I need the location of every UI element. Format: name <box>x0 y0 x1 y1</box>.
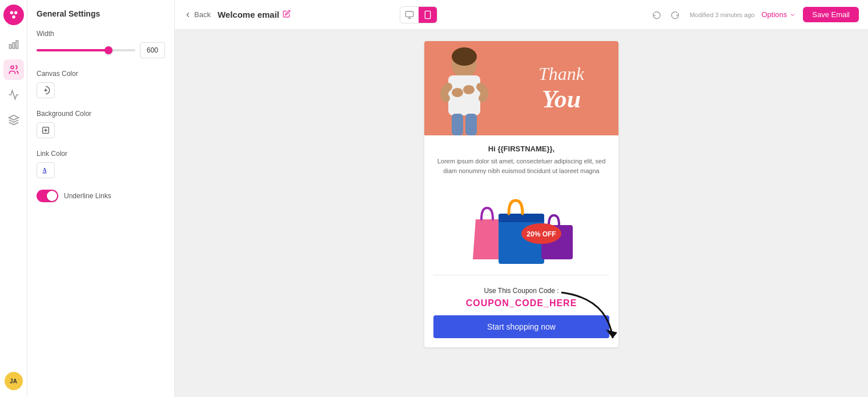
svg-rect-11 <box>405 11 413 17</box>
coupon-code: COUPON_CODE_HERE <box>433 298 609 308</box>
svg-rect-3 <box>9 45 11 49</box>
svg-point-1 <box>14 11 17 14</box>
svg-rect-5 <box>16 41 18 48</box>
svg-marker-7 <box>9 115 18 120</box>
svg-rect-10 <box>43 173 47 173</box>
canvas-color-setting: Canvas Color <box>37 70 165 98</box>
nav-campaigns[interactable] <box>3 85 24 105</box>
svg-point-0 <box>10 11 13 14</box>
redo-button[interactable] <box>667 7 683 23</box>
coupon-section: Use This Coupon Code : COUPON_CODE_HERE … <box>424 282 618 347</box>
link-color-setting: Link Color A <box>37 150 165 178</box>
email-greeting: Hi {{FIRSTNAME}}, <box>433 145 609 153</box>
person-figure <box>430 44 499 135</box>
svg-rect-12 <box>425 11 430 18</box>
svg-point-2 <box>12 15 15 18</box>
cta-button[interactable]: Start shopping now <box>433 315 609 338</box>
toggle-row: Underline Links <box>37 190 165 202</box>
nav-analytics[interactable] <box>3 34 24 55</box>
thank-you-text-block: Thank You <box>519 56 604 121</box>
canvas-color-btn[interactable] <box>37 82 55 98</box>
user-avatar[interactable]: JA <box>5 372 23 390</box>
nav-bottom: JA <box>5 372 23 390</box>
underline-links-setting: Underline Links <box>37 190 165 202</box>
link-color-btn[interactable]: A <box>37 162 55 178</box>
svg-text:A: A <box>43 167 47 173</box>
mobile-view-btn[interactable] <box>419 7 437 23</box>
svg-point-15 <box>452 47 477 66</box>
svg-point-18 <box>463 85 475 94</box>
email-canvas: Thank You Hi {{FIRSTNAME}}, Lorem ipsum … <box>424 41 618 347</box>
thank-text: Thank <box>539 63 585 84</box>
section-divider <box>433 275 609 275</box>
page-title: Welcome email <box>218 10 291 19</box>
modified-text: Modified 3 minutes ago <box>690 11 755 18</box>
width-slider-thumb[interactable] <box>105 46 112 54</box>
settings-title: General Settings <box>37 9 165 18</box>
width-label: Width <box>37 30 165 38</box>
background-color-btn[interactable] <box>37 122 55 138</box>
toggle-thumb <box>47 191 57 201</box>
background-color-setting: Background Color <box>37 110 165 138</box>
email-body-text: Lorem ipsum dolor sit amet, consectetuer… <box>433 157 609 175</box>
shopping-bags-svg: 20% OFF <box>459 194 584 268</box>
link-color-label: Link Color <box>37 150 165 158</box>
width-row <box>37 42 165 58</box>
undo-redo <box>649 7 683 23</box>
width-setting: Width <box>37 30 165 58</box>
save-email-button[interactable]: Save Email <box>803 7 859 22</box>
nav-contacts[interactable] <box>3 59 24 80</box>
thank-you-svg: Thank You <box>519 56 604 119</box>
underline-links-toggle[interactable] <box>37 190 58 202</box>
shopping-illustration: 20% OFF <box>424 194 618 268</box>
canvas-area: Thank You Hi {{FIRSTNAME}}, Lorem ipsum … <box>175 30 868 397</box>
svg-text:20% OFF: 20% OFF <box>527 230 556 238</box>
app-logo <box>3 5 24 25</box>
you-text: You <box>542 85 581 113</box>
desktop-view-btn[interactable] <box>400 7 419 23</box>
options-button[interactable]: Options <box>761 10 796 19</box>
view-toggle <box>400 6 437 23</box>
back-button[interactable]: Back <box>184 10 211 19</box>
canvas-color-label: Canvas Color <box>37 70 165 78</box>
thank-you-banner: Thank You <box>424 41 618 135</box>
svg-rect-19 <box>452 114 463 135</box>
sidebar-nav: JA <box>0 0 27 397</box>
svg-point-6 <box>11 66 14 69</box>
svg-rect-20 <box>465 114 477 135</box>
svg-point-17 <box>452 88 463 97</box>
undo-button[interactable] <box>649 7 665 23</box>
top-bar: Back Welcome email <box>175 0 868 30</box>
settings-panel: General Settings Width Canvas Color Back… <box>27 0 175 397</box>
svg-rect-4 <box>13 43 14 49</box>
back-label: Back <box>194 10 211 19</box>
svg-rect-23 <box>499 214 544 222</box>
email-body: Hi {{FIRSTNAME}}, Lorem ipsum dolor sit … <box>424 135 618 194</box>
canvas-wrapper: Thank You Hi {{FIRSTNAME}}, Lorem ipsum … <box>424 41 618 386</box>
background-color-label: Background Color <box>37 110 165 118</box>
width-input[interactable] <box>140 42 165 58</box>
underline-links-label: Underline Links <box>64 192 111 200</box>
top-right: Modified 3 minutes ago Options Save Emai… <box>649 7 859 23</box>
coupon-label: Use This Coupon Code : <box>433 287 609 295</box>
main-area: Back Welcome email <box>175 0 868 397</box>
nav-layers[interactable] <box>3 110 24 130</box>
width-slider-container <box>37 45 135 56</box>
width-slider-track <box>37 49 135 51</box>
edit-title-icon[interactable] <box>283 10 291 19</box>
